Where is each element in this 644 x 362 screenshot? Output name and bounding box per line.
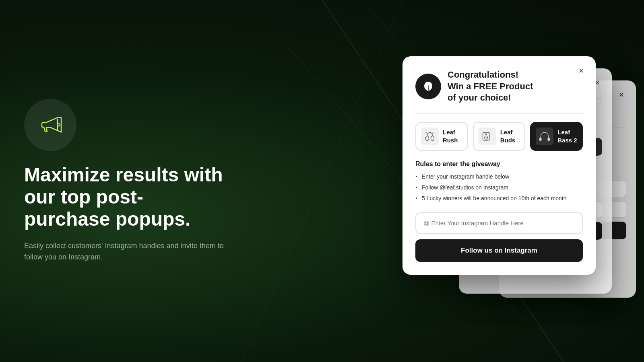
headphones-product-icon [537,129,552,144]
left-headline: Maximize results with our top post-purch… [24,164,225,230]
svg-line-7 [427,132,427,134]
leaf-rush-img [421,128,439,145]
earbuds-product-icon [423,129,437,144]
product-cards: LeafRush LeafBuds [415,122,583,151]
svg-rect-13 [539,138,542,141]
rule-3: 5 Lucky winners will be announced on 10t… [415,194,583,203]
svg-point-4 [58,123,60,126]
popup-stack: × u forwith us!Instagramity! vouchers pr… [402,56,604,306]
rules-title: Rules to enter the giveaway [415,160,583,168]
svg-point-12 [485,137,487,138]
product-card-leaf-rush[interactable]: LeafRush [415,122,468,151]
rule-1: Enter your Instagram handle below [415,173,583,181]
svg-point-11 [485,134,487,135]
close-button-main[interactable]: × [575,64,588,77]
megaphone-icon [38,113,62,137]
leaf-buds-name: LeafBuds [500,128,516,144]
follow-instagram-button[interactable]: Follow us on Instagram [415,239,583,262]
leaf-bass2-name: LeafBass 2 [557,128,577,144]
product-card-leaf-bass2[interactable]: LeafBass 2 [530,122,583,151]
left-subtext: Easily collect customers' Instagram hand… [24,240,225,263]
leaf-rush-name: LeafRush [443,128,458,144]
svg-line-8 [433,132,433,134]
brand-avatar [415,74,441,99]
rule-2: Follow @leaf.studios on Instagram [415,183,583,192]
rules-list: Enter your Instagram handle below Follow… [415,173,583,203]
popup-main-title: Congratulations!Win a FREE Productof you… [448,69,533,104]
popup-header: Congratulations!Win a FREE Productof you… [415,69,583,104]
leaf-bass2-img [536,128,553,145]
svg-point-6 [431,136,434,140]
leaf-brand-icon [422,80,435,93]
close-button-bg3[interactable]: × [615,88,628,101]
left-section: Maximize results with our top post-purch… [24,99,225,263]
product-card-leaf-buds[interactable]: LeafBuds [473,122,526,151]
leaf-buds-img [479,128,496,145]
popup-main: × Congratulations!Win a FREE Productof y… [402,56,596,275]
megaphone-icon-wrap [24,99,76,151]
popup-divider [415,113,583,114]
svg-rect-14 [548,138,550,141]
svg-point-5 [425,136,429,140]
speaker-product-icon [480,129,495,144]
instagram-handle-input[interactable] [415,212,583,234]
